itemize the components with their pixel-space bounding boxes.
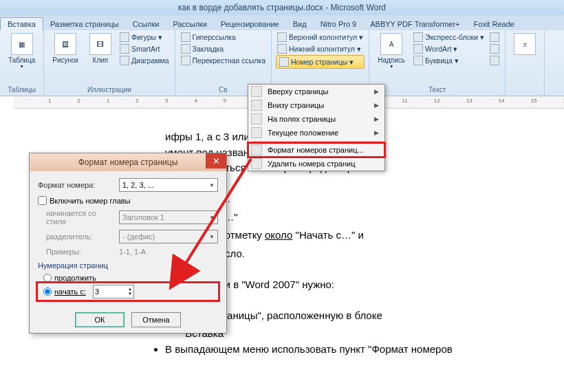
header-button[interactable]: Верхний колонтитул ▾ xyxy=(276,32,365,43)
date-icon xyxy=(490,44,499,54)
chart-button[interactable]: Диаграмма xyxy=(118,55,171,66)
separator-select: - (дефис)▼ xyxy=(119,230,218,243)
group-illustrations: 🖼Рисунок 🎞Клип Фигуры ▾ SmartArt Диаграм… xyxy=(44,30,175,96)
cancel-button[interactable]: Отмена xyxy=(131,312,181,327)
start-at-spinner[interactable]: 3 ▲▼ xyxy=(93,285,134,298)
dd-margins[interactable]: На полях страницы▶ xyxy=(248,112,384,126)
hash-icon xyxy=(279,57,289,67)
ok-button[interactable]: ОК xyxy=(75,312,124,327)
group-label-tables: Таблицы xyxy=(4,85,39,94)
examples-label: Примеры: xyxy=(38,248,113,256)
window-title: как в ворде добавлять страницы.docx - Mi… xyxy=(178,3,386,12)
spin-down-icon[interactable]: ▼ xyxy=(128,292,132,296)
tab-nitro[interactable]: Nitro Pro 9 xyxy=(314,18,364,30)
dd-top-of-page[interactable]: Вверху страницы▶ xyxy=(248,85,384,98)
spin-up-icon[interactable]: ▲ xyxy=(128,287,132,292)
sig-icon xyxy=(490,32,499,42)
page-margin-icon xyxy=(251,113,262,124)
dialog-title: Формат номера страницы xyxy=(78,157,178,167)
continue-label: продолжить xyxy=(54,274,96,282)
chevron-right-icon: ▶ xyxy=(374,116,379,122)
dd-bottom-of-page[interactable]: Внизу страницы▶ xyxy=(248,98,384,112)
close-button[interactable]: ✕ xyxy=(206,153,226,168)
examples-value: 1-1, 1-A xyxy=(119,248,146,256)
textbox-button[interactable]: AНадпись▼ xyxy=(373,32,409,70)
tab-references[interactable]: Ссылки xyxy=(126,18,166,30)
remove-icon xyxy=(251,158,262,169)
group-tables: ▦ Таблица▼ Таблицы xyxy=(0,30,44,96)
include-chapter-label: Включить номер главы xyxy=(50,197,131,205)
clip-icon: 🎞 xyxy=(89,33,111,55)
equation-button[interactable]: π xyxy=(510,32,540,58)
dialog-titlebar[interactable]: Формат номера страницы ✕ xyxy=(30,153,226,171)
signature-button[interactable] xyxy=(488,32,501,43)
tab-insert[interactable]: Вставка xyxy=(0,17,43,30)
starts-style-select: Заголовок 1▼ xyxy=(119,210,218,224)
page-top-icon xyxy=(251,86,262,97)
separator xyxy=(251,141,382,142)
quickparts-button[interactable]: Экспресс-блоки ▾ xyxy=(412,32,486,43)
dd-remove-numbers[interactable]: Удалить номера страниц xyxy=(248,157,384,171)
crossref-button[interactable]: Перекрестная ссылка xyxy=(180,55,267,66)
starts-style-label: начинается со стиля xyxy=(38,209,113,226)
chevron-right-icon: ▶ xyxy=(374,88,379,95)
tab-foxit[interactable]: Foxit Reade xyxy=(467,18,521,30)
footer-button[interactable]: Нижний колонтитул ▾ xyxy=(276,43,365,54)
chart-icon xyxy=(120,56,129,65)
picture-icon: 🖼 xyxy=(54,33,76,55)
clip-button[interactable]: 🎞Клип xyxy=(85,32,116,65)
tab-review[interactable]: Рецензирование xyxy=(214,18,286,30)
date-button[interactable] xyxy=(488,43,501,54)
titlebar: как в ворде добавлять страницы.docx - Mi… xyxy=(0,0,564,15)
list-item: В выпадающем меню использовать пункт "Фо… xyxy=(165,342,509,358)
dd-format-numbers[interactable]: Формат номеров страниц... xyxy=(248,143,384,157)
page-number-format-dialog: Формат номера страницы ✕ Формат номера: … xyxy=(29,153,227,334)
format-select[interactable]: 1, 2, 3, ...▼ xyxy=(119,178,218,192)
page-number-button[interactable]: Номер страницы ▾ xyxy=(276,55,365,69)
chevron-down-icon: ▼ xyxy=(209,234,215,240)
group-label-text: Текст xyxy=(373,85,501,94)
tab-mailings[interactable]: Рассылки xyxy=(166,18,213,30)
crossref-icon xyxy=(181,56,191,65)
continue-radio[interactable] xyxy=(43,274,52,282)
wordart-icon xyxy=(413,44,423,54)
group-symbols: π xyxy=(506,30,545,96)
start-at-label: начать с: xyxy=(54,287,86,296)
format-icon xyxy=(251,144,262,155)
table-icon: ▦ xyxy=(11,33,33,55)
bookmark-icon xyxy=(181,44,191,54)
bookmark-button[interactable]: Закладка xyxy=(180,43,267,54)
page-current-icon xyxy=(251,127,262,138)
table-button[interactable]: ▦ Таблица▼ xyxy=(4,32,39,70)
page-bottom-icon xyxy=(251,100,262,111)
chevron-down-icon: ▼ xyxy=(209,215,215,221)
dropcap-button[interactable]: Буквица ▾ xyxy=(412,55,486,66)
group-label-illus: Иллюстрации xyxy=(48,85,170,94)
footer-icon xyxy=(277,44,287,54)
page-number-dropdown: Вверху страницы▶ Внизу страницы▶ На поля… xyxy=(248,84,385,171)
smartart-button[interactable]: SmartArt xyxy=(118,43,171,54)
start-at-radio[interactable] xyxy=(43,287,52,296)
numbering-label: Нумерация страниц xyxy=(38,261,218,270)
format-label: Формат номера: xyxy=(38,181,113,189)
include-chapter-checkbox[interactable] xyxy=(38,196,47,205)
shapes-button[interactable]: Фигуры ▾ xyxy=(118,32,171,43)
object-button[interactable] xyxy=(488,55,501,66)
separator-label: разделитель: xyxy=(38,232,113,241)
tab-view[interactable]: Вид xyxy=(286,18,314,30)
ribbon-tabs: Вставка Разметка страницы Ссылки Рассылк… xyxy=(0,15,564,30)
object-icon xyxy=(490,56,499,65)
chevron-right-icon: ▶ xyxy=(374,129,379,136)
picture-button[interactable]: 🖼Рисунок xyxy=(48,32,83,65)
wordart-button[interactable]: WordArt ▾ xyxy=(412,43,486,54)
tab-page-layout[interactable]: Разметка страницы xyxy=(43,18,126,30)
pi-icon: π xyxy=(514,33,536,55)
dropcap-icon xyxy=(413,56,423,65)
hyperlink-button[interactable]: Гиперссылка xyxy=(180,32,267,43)
blocks-icon xyxy=(413,32,423,42)
dd-current-pos[interactable]: Текущее положение▶ xyxy=(248,126,384,140)
tab-abbyy[interactable]: ABBYY PDF Transformer+ xyxy=(363,18,466,30)
chevron-right-icon: ▶ xyxy=(374,102,379,109)
shapes-icon xyxy=(120,32,129,42)
link-icon xyxy=(181,32,191,42)
